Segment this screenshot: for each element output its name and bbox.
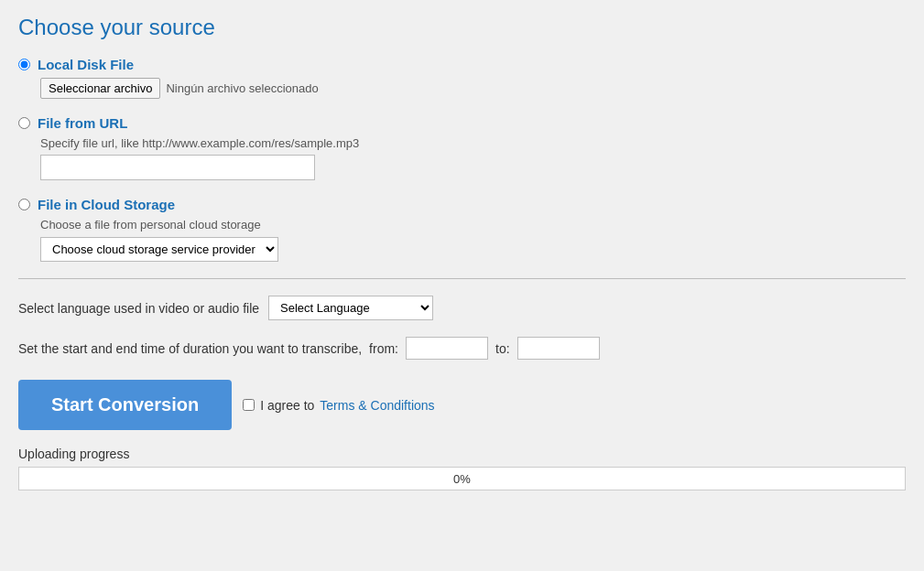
to-label: to: <box>495 341 510 356</box>
action-row: Start Conversion I agree to Terms & Cond… <box>18 380 906 430</box>
to-time-input[interactable]: 00:00:00 <box>517 337 600 360</box>
progress-percent: 0% <box>19 472 905 486</box>
file-input-row: Seleccionar archivo Ningún archivo selec… <box>40 78 906 99</box>
url-input[interactable] <box>40 155 315 180</box>
from-label: from: <box>369 341 398 356</box>
agree-inline: I agree to Terms & Condiftions <box>243 398 434 413</box>
cloud-body: Choose a file from personal cloud storag… <box>40 218 906 262</box>
cloud-storage-option: File in Cloud Storage Choose a file from… <box>18 197 906 262</box>
progress-section: Uploading progress 0% <box>18 447 906 490</box>
terms-link[interactable]: Terms & Condiftions <box>320 398 434 413</box>
language-label: Select language used in video or audio f… <box>18 301 259 316</box>
time-range-label: Set the start and end time of duration y… <box>18 341 362 356</box>
cloud-hint: Choose a file from personal cloud storag… <box>40 218 906 232</box>
agree-checkbox[interactable] <box>243 399 255 411</box>
select-file-button[interactable]: Seleccionar archivo <box>40 78 160 99</box>
cloud-provider-select[interactable]: Choose cloud storage service provider Go… <box>40 237 278 262</box>
url-label: File from URL <box>38 115 127 131</box>
from-time-input[interactable]: 00:00:00 <box>406 337 488 360</box>
url-hint: Specify file url, like http://www.exampl… <box>40 136 906 150</box>
time-row: Set the start and end time of duration y… <box>18 337 906 360</box>
language-row: Select language used in video or audio f… <box>18 296 906 320</box>
local-disk-option: Local Disk File Seleccionar archivo Ning… <box>18 57 906 99</box>
no-file-text: Ningún archivo seleccionado <box>166 81 318 95</box>
cloud-radio-label[interactable]: File in Cloud Storage <box>18 197 906 212</box>
url-radio-label[interactable]: File from URL <box>18 115 906 131</box>
cloud-radio[interactable] <box>18 199 30 210</box>
local-disk-label: Local Disk File <box>38 57 134 72</box>
agree-text: I agree to <box>260 398 314 413</box>
local-disk-radio[interactable] <box>18 59 30 70</box>
cloud-label: File in Cloud Storage <box>38 197 175 212</box>
language-select[interactable]: Select Language English Spanish French G… <box>268 296 433 320</box>
local-disk-body: Seleccionar archivo Ningún archivo selec… <box>40 78 906 99</box>
url-radio[interactable] <box>18 117 30 129</box>
url-body: Specify file url, like http://www.exampl… <box>40 136 906 180</box>
progress-bar-container: 0% <box>18 467 906 490</box>
start-conversion-button[interactable]: Start Conversion <box>18 380 232 430</box>
file-from-url-option: File from URL Specify file url, like htt… <box>18 115 906 180</box>
page-title: Choose your source <box>18 15 906 40</box>
section-divider <box>18 278 906 279</box>
progress-label: Uploading progress <box>18 447 906 461</box>
local-disk-radio-label[interactable]: Local Disk File <box>18 57 906 72</box>
